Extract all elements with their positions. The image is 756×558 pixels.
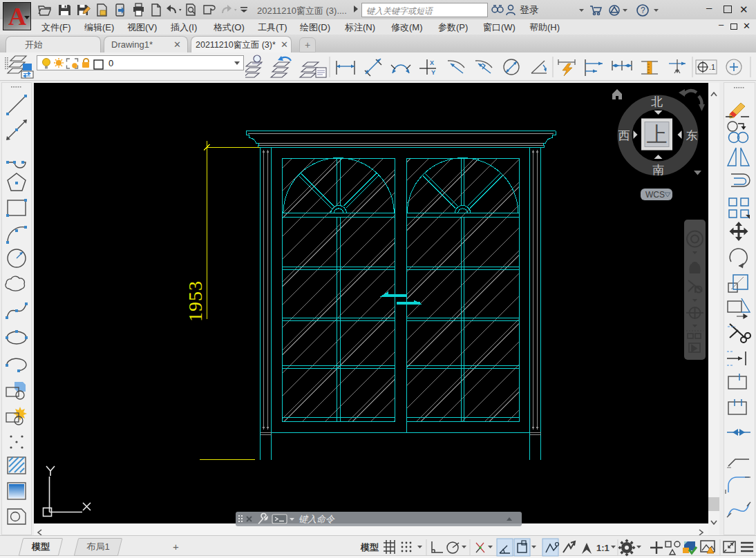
svg-text:南: 南 [652,164,664,177]
svg-text:X: X [430,59,434,66]
svg-text:?: ? [641,6,645,15]
svg-text:上: 上 [647,123,668,146]
svg-text:.1: .1 [709,63,715,71]
svg-text:西: 西 [618,129,630,142]
svg-text:北: 北 [651,95,663,108]
svg-text:东: 东 [686,129,698,142]
svg-text:登录: 登录 [520,4,539,15]
svg-text:1:1: 1:1 [596,543,609,553]
svg-text:键入命令: 键入命令 [299,514,335,524]
svg-text:Y: Y [431,69,435,76]
svg-text:1953: 1953 [185,280,206,322]
svg-text:WCS: WCS [645,190,665,200]
